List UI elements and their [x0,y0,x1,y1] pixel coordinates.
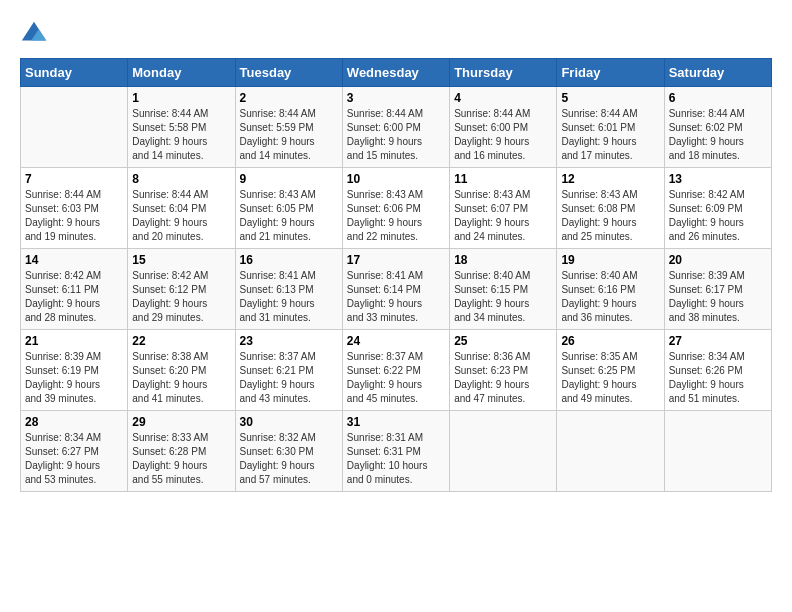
header-day: Friday [557,59,664,87]
day-number: 1 [132,91,230,105]
day-number: 19 [561,253,659,267]
day-number: 22 [132,334,230,348]
calendar-cell: 24Sunrise: 8:37 AM Sunset: 6:22 PM Dayli… [342,330,449,411]
day-number: 7 [25,172,123,186]
day-info: Sunrise: 8:40 AM Sunset: 6:15 PM Dayligh… [454,269,552,325]
day-info: Sunrise: 8:41 AM Sunset: 6:14 PM Dayligh… [347,269,445,325]
day-info: Sunrise: 8:39 AM Sunset: 6:17 PM Dayligh… [669,269,767,325]
calendar-cell: 23Sunrise: 8:37 AM Sunset: 6:21 PM Dayli… [235,330,342,411]
calendar-week-row: 1Sunrise: 8:44 AM Sunset: 5:58 PM Daylig… [21,87,772,168]
calendar-cell: 30Sunrise: 8:32 AM Sunset: 6:30 PM Dayli… [235,411,342,492]
calendar-cell: 26Sunrise: 8:35 AM Sunset: 6:25 PM Dayli… [557,330,664,411]
day-number: 3 [347,91,445,105]
day-info: Sunrise: 8:39 AM Sunset: 6:19 PM Dayligh… [25,350,123,406]
day-number: 16 [240,253,338,267]
calendar-cell: 25Sunrise: 8:36 AM Sunset: 6:23 PM Dayli… [450,330,557,411]
day-info: Sunrise: 8:41 AM Sunset: 6:13 PM Dayligh… [240,269,338,325]
day-info: Sunrise: 8:44 AM Sunset: 5:58 PM Dayligh… [132,107,230,163]
logo-icon [20,20,48,48]
calendar-week-row: 28Sunrise: 8:34 AM Sunset: 6:27 PM Dayli… [21,411,772,492]
day-info: Sunrise: 8:42 AM Sunset: 6:09 PM Dayligh… [669,188,767,244]
day-number: 11 [454,172,552,186]
calendar-cell: 3Sunrise: 8:44 AM Sunset: 6:00 PM Daylig… [342,87,449,168]
day-info: Sunrise: 8:33 AM Sunset: 6:28 PM Dayligh… [132,431,230,487]
calendar-cell: 22Sunrise: 8:38 AM Sunset: 6:20 PM Dayli… [128,330,235,411]
day-number: 13 [669,172,767,186]
day-info: Sunrise: 8:38 AM Sunset: 6:20 PM Dayligh… [132,350,230,406]
header-day: Monday [128,59,235,87]
calendar-cell: 28Sunrise: 8:34 AM Sunset: 6:27 PM Dayli… [21,411,128,492]
calendar-cell [450,411,557,492]
day-number: 31 [347,415,445,429]
day-number: 28 [25,415,123,429]
day-number: 12 [561,172,659,186]
day-info: Sunrise: 8:34 AM Sunset: 6:27 PM Dayligh… [25,431,123,487]
day-number: 21 [25,334,123,348]
header-day: Tuesday [235,59,342,87]
day-number: 2 [240,91,338,105]
calendar-cell: 19Sunrise: 8:40 AM Sunset: 6:16 PM Dayli… [557,249,664,330]
calendar-cell: 4Sunrise: 8:44 AM Sunset: 6:00 PM Daylig… [450,87,557,168]
calendar-cell [664,411,771,492]
calendar-week-row: 7Sunrise: 8:44 AM Sunset: 6:03 PM Daylig… [21,168,772,249]
day-number: 29 [132,415,230,429]
day-info: Sunrise: 8:43 AM Sunset: 6:06 PM Dayligh… [347,188,445,244]
day-number: 10 [347,172,445,186]
calendar-cell: 14Sunrise: 8:42 AM Sunset: 6:11 PM Dayli… [21,249,128,330]
day-number: 27 [669,334,767,348]
calendar-cell [557,411,664,492]
day-number: 24 [347,334,445,348]
day-info: Sunrise: 8:43 AM Sunset: 6:07 PM Dayligh… [454,188,552,244]
calendar-cell: 8Sunrise: 8:44 AM Sunset: 6:04 PM Daylig… [128,168,235,249]
day-number: 15 [132,253,230,267]
day-info: Sunrise: 8:43 AM Sunset: 6:05 PM Dayligh… [240,188,338,244]
day-info: Sunrise: 8:44 AM Sunset: 6:00 PM Dayligh… [347,107,445,163]
day-info: Sunrise: 8:40 AM Sunset: 6:16 PM Dayligh… [561,269,659,325]
day-number: 9 [240,172,338,186]
day-number: 6 [669,91,767,105]
calendar-cell: 1Sunrise: 8:44 AM Sunset: 5:58 PM Daylig… [128,87,235,168]
calendar-table: SundayMondayTuesdayWednesdayThursdayFrid… [20,58,772,492]
calendar-week-row: 21Sunrise: 8:39 AM Sunset: 6:19 PM Dayli… [21,330,772,411]
day-info: Sunrise: 8:31 AM Sunset: 6:31 PM Dayligh… [347,431,445,487]
day-info: Sunrise: 8:43 AM Sunset: 6:08 PM Dayligh… [561,188,659,244]
calendar-cell: 10Sunrise: 8:43 AM Sunset: 6:06 PM Dayli… [342,168,449,249]
day-info: Sunrise: 8:37 AM Sunset: 6:22 PM Dayligh… [347,350,445,406]
calendar-cell: 29Sunrise: 8:33 AM Sunset: 6:28 PM Dayli… [128,411,235,492]
day-number: 30 [240,415,338,429]
header-row: SundayMondayTuesdayWednesdayThursdayFrid… [21,59,772,87]
calendar-cell: 9Sunrise: 8:43 AM Sunset: 6:05 PM Daylig… [235,168,342,249]
day-number: 23 [240,334,338,348]
calendar-week-row: 14Sunrise: 8:42 AM Sunset: 6:11 PM Dayli… [21,249,772,330]
day-info: Sunrise: 8:35 AM Sunset: 6:25 PM Dayligh… [561,350,659,406]
header-day: Thursday [450,59,557,87]
day-number: 26 [561,334,659,348]
header [20,20,772,48]
calendar-cell: 13Sunrise: 8:42 AM Sunset: 6:09 PM Dayli… [664,168,771,249]
calendar-cell: 6Sunrise: 8:44 AM Sunset: 6:02 PM Daylig… [664,87,771,168]
calendar-cell: 20Sunrise: 8:39 AM Sunset: 6:17 PM Dayli… [664,249,771,330]
logo [20,20,52,48]
day-info: Sunrise: 8:44 AM Sunset: 6:02 PM Dayligh… [669,107,767,163]
header-day: Sunday [21,59,128,87]
calendar-cell: 17Sunrise: 8:41 AM Sunset: 6:14 PM Dayli… [342,249,449,330]
day-info: Sunrise: 8:42 AM Sunset: 6:11 PM Dayligh… [25,269,123,325]
day-number: 20 [669,253,767,267]
calendar-cell: 7Sunrise: 8:44 AM Sunset: 6:03 PM Daylig… [21,168,128,249]
day-info: Sunrise: 8:44 AM Sunset: 6:00 PM Dayligh… [454,107,552,163]
day-number: 18 [454,253,552,267]
header-day: Wednesday [342,59,449,87]
day-info: Sunrise: 8:36 AM Sunset: 6:23 PM Dayligh… [454,350,552,406]
day-info: Sunrise: 8:44 AM Sunset: 6:01 PM Dayligh… [561,107,659,163]
calendar-cell: 5Sunrise: 8:44 AM Sunset: 6:01 PM Daylig… [557,87,664,168]
calendar-cell [21,87,128,168]
day-number: 8 [132,172,230,186]
day-info: Sunrise: 8:44 AM Sunset: 6:04 PM Dayligh… [132,188,230,244]
day-info: Sunrise: 8:32 AM Sunset: 6:30 PM Dayligh… [240,431,338,487]
calendar-cell: 27Sunrise: 8:34 AM Sunset: 6:26 PM Dayli… [664,330,771,411]
day-info: Sunrise: 8:44 AM Sunset: 5:59 PM Dayligh… [240,107,338,163]
day-number: 5 [561,91,659,105]
calendar-cell: 11Sunrise: 8:43 AM Sunset: 6:07 PM Dayli… [450,168,557,249]
day-number: 25 [454,334,552,348]
calendar-cell: 16Sunrise: 8:41 AM Sunset: 6:13 PM Dayli… [235,249,342,330]
